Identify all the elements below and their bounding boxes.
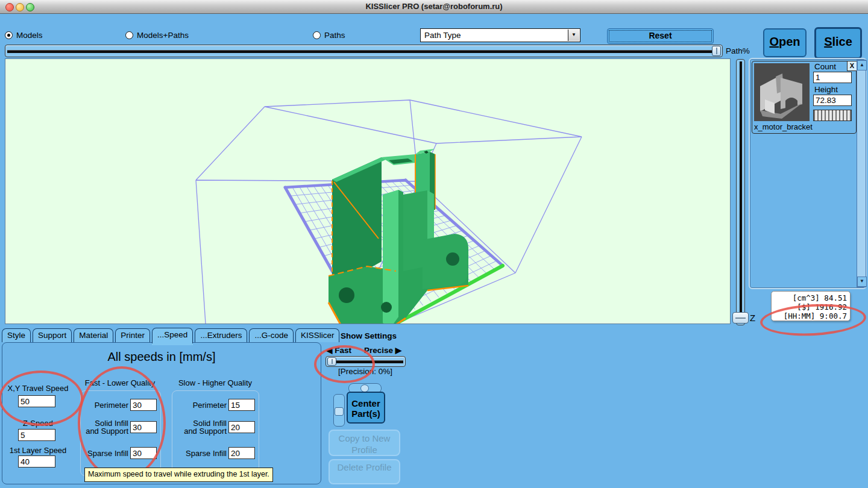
- fast-text: Fast: [335, 346, 351, 355]
- scroll-down-icon[interactable]: ▼: [857, 277, 867, 287]
- show-settings-label: Show Settings: [341, 331, 397, 340]
- tab-extruders[interactable]: ...Extruders: [195, 328, 247, 342]
- 3d-viewport[interactable]: [5, 58, 731, 324]
- tab-kisslicer[interactable]: KISSlicer: [295, 328, 340, 342]
- z-speed-input[interactable]: [18, 429, 55, 441]
- stat-time: [HH:MM] 9:00.7: [775, 311, 847, 321]
- precision-value-label: [Precision: 0%]: [326, 367, 405, 376]
- tooltip: Maximum speed to travel while extruding …: [84, 468, 273, 482]
- tab-gcode[interactable]: ...G-code: [249, 328, 294, 342]
- fast-solid-infill-label: Solid Infill and Support: [84, 419, 128, 435]
- fast-solid-infill-input[interactable]: [130, 421, 157, 433]
- slow-solid-infill-row: Solid Infill and Support: [182, 419, 255, 435]
- slow-solid-infill-input[interactable]: [228, 421, 255, 433]
- app-window: KISSlicer PRO (setar@roboforum.ru) Model…: [0, 0, 868, 488]
- radio-models-label: Models: [16, 31, 43, 40]
- 3d-scene: [5, 59, 730, 324]
- count-input[interactable]: [813, 72, 852, 83]
- slow-perimeter-row: Perimeter: [182, 399, 255, 411]
- count-scrub-slider[interactable]: [813, 110, 852, 121]
- scale-slider-handle[interactable]: [335, 407, 344, 416]
- models-scrollbar[interactable]: ▲ ▼: [857, 60, 866, 287]
- radio-paths[interactable]: Paths: [313, 31, 345, 40]
- slow-perimeter-label: Perimeter: [182, 401, 227, 409]
- delete-profile-button[interactable]: Delete Profile: [329, 459, 400, 484]
- window-title: KISSlicer PRO (setar@roboforum.ru): [0, 2, 868, 11]
- first-layer-speed-label: 1st Layer Speed: [1, 446, 75, 455]
- copy-to-new-profile-button[interactable]: Copy to New Profile: [329, 430, 400, 456]
- radio-models-paths[interactable]: Models+Paths: [125, 31, 189, 40]
- fast-sparse-infill-row: Sparse Infill: [84, 447, 157, 459]
- z-slider-track: [740, 61, 742, 323]
- slice-mnemonic: S: [824, 35, 832, 48]
- close-model-button[interactable]: X: [847, 61, 857, 71]
- path-type-dropdown[interactable]: Path Type ▼: [420, 28, 580, 42]
- path-type-value: Path Type: [424, 31, 461, 40]
- z-speed-label: Z-Speed: [1, 419, 75, 428]
- scroll-up-icon[interactable]: ▲: [857, 60, 867, 70]
- fast-perimeter-input[interactable]: [130, 399, 157, 411]
- radio-dot-icon: [125, 31, 133, 39]
- precise-end-label: Precise ▶: [364, 345, 401, 355]
- model-thumbnail[interactable]: [754, 63, 810, 121]
- fast-solid-infill-row: Solid Infill and Support: [84, 419, 157, 435]
- stat-cost: [$] 1916.92: [775, 302, 847, 311]
- radio-models-paths-label: Models+Paths: [137, 31, 189, 40]
- z-slider[interactable]: [736, 59, 745, 325]
- count-label: Count: [814, 62, 836, 71]
- z-axis-label: Z: [750, 313, 755, 323]
- tab-material[interactable]: Material: [74, 328, 113, 342]
- path-percent-label: Path%: [726, 46, 750, 55]
- settings-tabs: Style Support Material Printer ...Speed …: [2, 328, 339, 344]
- scale-slider[interactable]: [333, 394, 345, 427]
- slider-track: [7, 50, 720, 53]
- slow-perimeter-input[interactable]: [228, 399, 255, 411]
- precision-slider[interactable]: [326, 356, 406, 367]
- radio-dot-icon: [5, 31, 13, 39]
- slice-rest: lice: [832, 35, 852, 48]
- left-arrow-icon: ◀: [326, 346, 332, 355]
- fast-sparse-infill-label: Sparse Infill: [84, 449, 128, 457]
- open-button[interactable]: Open: [763, 28, 807, 57]
- fast-group-box: Perimeter Solid Infill and Support Spars…: [80, 390, 161, 476]
- xy-travel-speed-input[interactable]: [18, 395, 55, 407]
- z-slider-handle[interactable]: [732, 312, 749, 324]
- tab-speed[interactable]: ...Speed: [152, 328, 193, 343]
- chevron-down-icon[interactable]: ▼: [568, 30, 579, 41]
- radio-models[interactable]: Models: [5, 31, 43, 40]
- first-layer-speed-input[interactable]: [18, 455, 55, 468]
- slow-group-title: Slow - Higher Quality: [167, 378, 263, 387]
- print-stats: [cm^3] 84.51 [$] 1916.92 [HH:MM] 9:00.7: [771, 291, 851, 321]
- path-percent-slider-handle[interactable]: [712, 46, 721, 56]
- stat-volume: [cm^3] 84.51: [775, 293, 847, 302]
- precise-text: Precise: [364, 346, 393, 355]
- height-label: Height: [814, 85, 838, 94]
- slow-sparse-infill-input[interactable]: [228, 447, 255, 459]
- height-input[interactable]: [813, 95, 852, 106]
- reset-button[interactable]: Reset: [607, 28, 714, 44]
- slider-track: [328, 360, 403, 363]
- slow-sparse-infill-label: Sparse Infill: [182, 449, 227, 457]
- tab-printer[interactable]: Printer: [115, 328, 150, 342]
- precision-slider-handle[interactable]: [327, 357, 336, 366]
- open-mnemonic: O: [769, 35, 779, 48]
- model-thumbnail-image: [754, 63, 810, 121]
- slice-button[interactable]: Slice: [814, 27, 862, 59]
- titlebar: KISSlicer PRO (setar@roboforum.ru): [0, 0, 868, 14]
- right-arrow-icon: ▶: [395, 346, 401, 355]
- fast-sparse-infill-input[interactable]: [130, 447, 157, 459]
- radio-paths-label: Paths: [324, 31, 345, 40]
- open-rest: pen: [779, 35, 800, 48]
- fast-perimeter-row: Perimeter: [84, 399, 157, 411]
- model-name: x_motor_bracket: [754, 122, 813, 131]
- center-parts-button[interactable]: Center Part(s): [347, 392, 385, 424]
- slow-solid-infill-label: Solid Infill and Support: [182, 419, 227, 435]
- slow-sparse-infill-row: Sparse Infill: [182, 447, 255, 459]
- speed-panel-heading: All speeds in [mm/s]: [0, 350, 323, 364]
- slow-group-box: Perimeter Solid Infill and Support Spars…: [172, 390, 259, 476]
- tab-style[interactable]: Style: [2, 328, 31, 342]
- path-percent-slider[interactable]: [5, 45, 723, 57]
- fast-perimeter-label: Perimeter: [84, 401, 128, 409]
- fast-group-title: Fast - Lower Quality: [72, 378, 168, 387]
- tab-support[interactable]: Support: [33, 328, 72, 342]
